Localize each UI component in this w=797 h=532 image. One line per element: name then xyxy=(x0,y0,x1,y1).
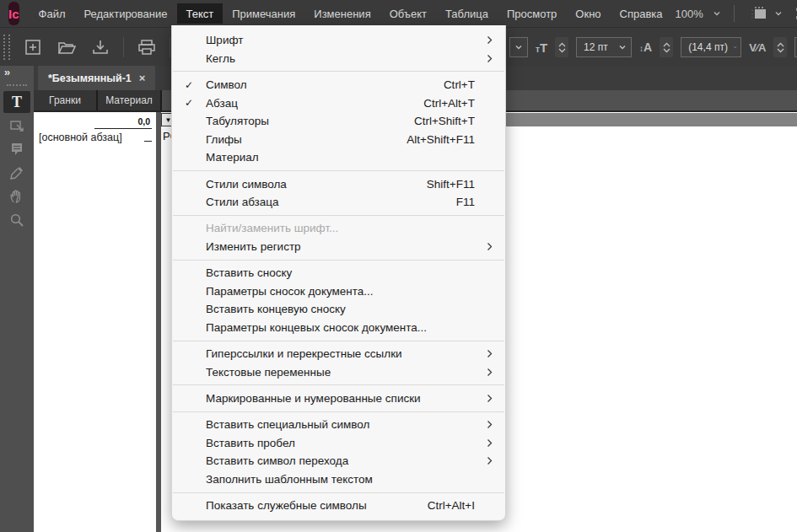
menu-item-label: Текстовые переменные xyxy=(206,366,487,379)
menu-item-text-variables[interactable]: Текстовые переменные xyxy=(172,363,505,381)
type-tool[interactable]: T xyxy=(3,91,30,113)
menu-item-size[interactable]: Кегль xyxy=(172,50,505,68)
depth-ruler-tick xyxy=(144,141,152,142)
leading-stepper[interactable] xyxy=(660,37,673,57)
kerning-stepper[interactable] xyxy=(773,37,787,57)
menu-item-story[interactable]: Материал xyxy=(172,148,505,167)
screen-mode-icon xyxy=(794,5,797,22)
menubar-item-edit[interactable]: Редактирование xyxy=(74,3,176,24)
menu-item-glyphs[interactable]: ГлифыAlt+Shift+F11 xyxy=(172,131,505,149)
menu-item-hyperlinks-cross-references[interactable]: Гиперссылки и перекрестные ссылки xyxy=(172,345,505,363)
menu-item-character[interactable]: ✓СимволCtrl+T xyxy=(172,76,505,94)
menu-item-label: Глифы xyxy=(206,133,396,146)
hand-tool[interactable] xyxy=(3,185,30,207)
open-document-button[interactable] xyxy=(56,36,78,58)
menubar-item-window[interactable]: Окно xyxy=(566,3,610,24)
menu-separator xyxy=(173,215,504,216)
submenu-arrow-icon xyxy=(487,456,505,465)
menu-separator xyxy=(173,170,504,171)
menu-item-document-footnote-options[interactable]: Параметры сносок документа... xyxy=(172,282,505,301)
menubar-right: 100% xyxy=(672,3,797,24)
document-tab-title: *Безымянный-1 xyxy=(48,73,132,84)
menu-separator xyxy=(173,492,504,493)
zoom-level-select[interactable]: 100% xyxy=(672,6,707,22)
menu-item-label: Абзац xyxy=(206,97,413,110)
menu-item-document-endnote-options[interactable]: Параметры концевых сносок документа... xyxy=(172,319,505,337)
screen-mode-button[interactable] xyxy=(791,3,797,24)
menubar-item-help[interactable]: Справка xyxy=(611,3,672,24)
new-document-button[interactable] xyxy=(22,36,44,58)
menu-item-insert-white-space[interactable]: Вставить пробел xyxy=(172,433,505,452)
submenu-arrow-icon xyxy=(487,394,505,403)
menubar-item-object[interactable]: Объект xyxy=(380,3,436,24)
submenu-arrow-icon xyxy=(487,349,505,358)
paragraph-style-label: [основной абзац] xyxy=(39,132,122,143)
menu-item-label: Вставить пробел xyxy=(206,437,487,449)
menubar-item-file[interactable]: Файл xyxy=(30,3,75,24)
menubar-item-view[interactable]: Просмотр xyxy=(498,3,566,24)
menu-item-insert-endnote[interactable]: Вставить концевую сноску xyxy=(172,300,505,319)
baseline-grid-button[interactable] xyxy=(746,3,786,24)
panel-expand-icon[interactable]: ›› xyxy=(0,66,13,78)
document-tab[interactable]: *Безымянный-1 × xyxy=(38,66,155,90)
submenu-arrow-icon xyxy=(487,54,505,63)
menu-separator xyxy=(173,384,504,385)
menu-item-paragraph-styles[interactable]: Стили абзацаF11 xyxy=(172,193,505,212)
menu-item-tabs[interactable]: ТабуляторыCtrl+Shift+T xyxy=(172,112,505,131)
font-size-stepper[interactable] xyxy=(555,37,568,57)
kerning-icon: V⁄A xyxy=(749,41,766,54)
chevron-down-icon[interactable] xyxy=(712,8,722,19)
print-button[interactable] xyxy=(136,36,158,58)
menu-item-bulleted-numbered-lists[interactable]: Маркированные и нумерованные списки xyxy=(172,390,505,408)
menubar: Ic ФайлРедактированиеТекстПримечанияИзме… xyxy=(0,0,797,27)
checkmark-icon: ✓ xyxy=(172,97,206,109)
menu-separator xyxy=(173,260,504,261)
menu-item-insert-footnote[interactable]: Вставить сноску xyxy=(172,264,505,282)
menu-item-label: Изменить регистр xyxy=(206,240,487,253)
menu-item-shortcut: Ctrl+T xyxy=(444,78,487,91)
menu-item-insert-special-character[interactable]: Вставить специальный символ xyxy=(172,416,505,434)
close-icon[interactable]: × xyxy=(139,72,146,84)
menu-item-label: Вставить сноску xyxy=(206,266,487,279)
eyedropper-tool[interactable] xyxy=(3,162,30,184)
position-tool[interactable] xyxy=(3,115,30,137)
menu-item-fill-with-placeholder-text[interactable]: Заполнить шаблонным текстом xyxy=(172,470,505,489)
info-column: 0,0 [основной абзац] xyxy=(34,112,156,532)
menu-item-label: Символ xyxy=(206,78,434,91)
save-button[interactable] xyxy=(89,36,111,58)
menu-separator xyxy=(173,71,504,72)
menu-item-show-hidden-characters[interactable]: Показать служебные символыCtrl+Alt+I xyxy=(172,497,505,515)
font-size-icon: тT xyxy=(536,40,547,55)
chevron-down-icon xyxy=(733,42,737,52)
leading-combo[interactable]: (14,4 пт) xyxy=(681,37,741,57)
menu-item-insert-break-character[interactable]: Вставить символ перехода xyxy=(172,452,505,470)
menu-item-font[interactable]: Шрифт xyxy=(172,31,505,50)
zoom-tool[interactable] xyxy=(3,209,30,231)
menu-item-label: Вставить специальный символ xyxy=(206,418,487,431)
note-tool[interactable] xyxy=(3,138,30,160)
menu-item-shortcut: Ctrl+Shift+T xyxy=(414,115,487,127)
menubar-item-table[interactable]: Таблица xyxy=(436,3,498,24)
menu-item-find-replace-font: Найти/заменить шрифт... xyxy=(172,219,505,238)
menu-item-label: Кегль xyxy=(206,52,487,65)
menu-item-character-styles[interactable]: Стили символаShift+F11 xyxy=(172,175,505,193)
menu-item-shortcut: Shift+F11 xyxy=(427,178,487,191)
chevron-down-icon xyxy=(773,8,784,19)
menubar-item-track-changes[interactable]: Изменения xyxy=(304,3,380,24)
menu-item-paragraph[interactable]: ✓АбзацCtrl+Alt+T xyxy=(172,94,505,112)
font-size-combo[interactable]: 12 пт xyxy=(576,37,632,57)
hidden-dropdown[interactable] xyxy=(509,37,528,57)
menubar-item-type[interactable]: Текст xyxy=(177,3,223,24)
menu-item-change-case[interactable]: Изменить регистр xyxy=(172,238,505,256)
tools-panel-grip[interactable] xyxy=(7,84,27,86)
menu-item-label: Параметры сносок документа... xyxy=(206,285,487,298)
menu-item-shortcut: Ctrl+Alt+I xyxy=(428,499,487,512)
menubar-item-notes[interactable]: Примечания xyxy=(223,3,304,24)
toolbar-grip[interactable] xyxy=(3,35,10,60)
view-tab-story[interactable]: Материал xyxy=(98,90,162,110)
divider xyxy=(123,37,124,57)
submenu-arrow-icon xyxy=(487,242,505,251)
view-tab-galley[interactable]: Гранки xyxy=(34,90,98,110)
menubar-items: ФайлРедактированиеТекстПримечанияИзменен… xyxy=(30,0,672,27)
menu-item-label: Найти/заменить шрифт... xyxy=(206,222,487,234)
